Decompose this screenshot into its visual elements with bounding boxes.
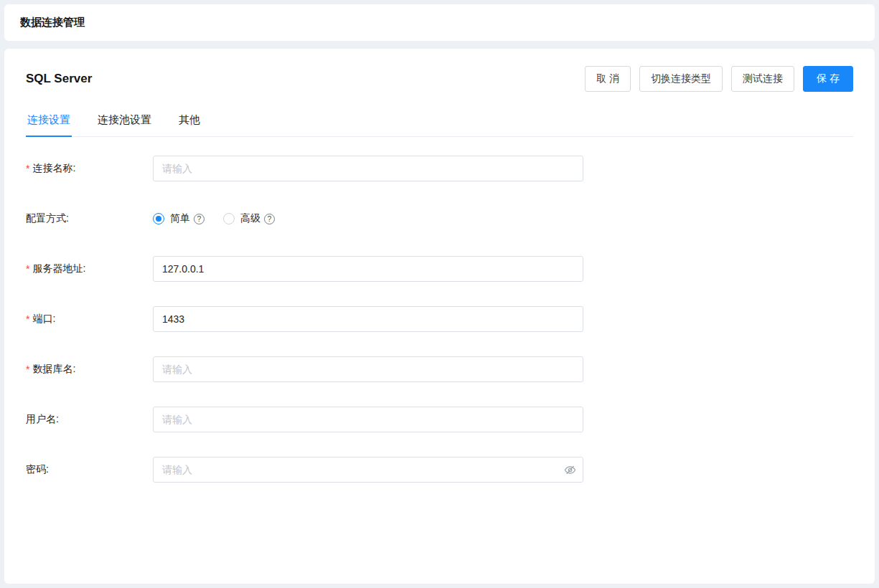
page-title: 数据连接管理 xyxy=(20,16,85,29)
connection-type-title: SQL Server xyxy=(26,72,92,86)
tab-other[interactable]: 其他 xyxy=(177,108,202,136)
database-name-label: * 数据库名: xyxy=(26,363,153,376)
required-asterisk: * xyxy=(26,263,29,275)
config-mode-radio-group: 简单 ? 高级 ? xyxy=(153,212,293,225)
help-icon[interactable]: ? xyxy=(264,214,275,224)
connection-editor-panel: SQL Server 取 消 切换连接类型 测试连接 保 存 连接设置 连接池设… xyxy=(4,49,875,584)
password-input-wrap xyxy=(153,457,583,483)
required-asterisk: * xyxy=(26,313,29,325)
required-asterisk: * xyxy=(26,364,29,375)
radio-unselected-icon xyxy=(223,213,235,224)
tab-bar: 连接设置 连接池设置 其他 xyxy=(26,108,853,137)
form-row-username: 用户名: xyxy=(26,407,853,432)
server-address-input[interactable] xyxy=(153,256,583,282)
cancel-button[interactable]: 取 消 xyxy=(585,66,631,92)
tab-connection-settings[interactable]: 连接设置 xyxy=(26,108,72,136)
password-input[interactable] xyxy=(153,457,583,483)
connection-name-label: * 连接名称: xyxy=(26,162,153,175)
password-label: 密码: xyxy=(26,463,153,476)
test-connection-button[interactable]: 测试连接 xyxy=(731,66,794,92)
top-bar: 数据连接管理 xyxy=(4,4,875,41)
username-input[interactable] xyxy=(153,407,583,432)
form-row-database-name: * 数据库名: xyxy=(26,356,853,382)
radio-simple[interactable]: 简单 ? xyxy=(153,212,205,225)
connection-form: * 连接名称: 配置方式: 简单 ? 高级 ? xyxy=(26,156,853,483)
radio-advanced[interactable]: 高级 ? xyxy=(223,212,275,225)
config-mode-label: 配置方式: xyxy=(26,212,153,225)
username-label: 用户名: xyxy=(26,413,153,426)
port-input[interactable] xyxy=(153,306,583,332)
form-row-server-address: * 服务器地址: xyxy=(26,256,853,282)
port-label: * 端口: xyxy=(26,313,153,326)
tab-connection-pool-settings[interactable]: 连接池设置 xyxy=(96,108,153,136)
form-row-config-mode: 配置方式: 简单 ? 高级 ? xyxy=(26,206,853,232)
password-visibility-toggle[interactable] xyxy=(563,463,576,476)
radio-selected-icon xyxy=(153,213,164,224)
switch-connection-type-button[interactable]: 切换连接类型 xyxy=(639,66,723,92)
save-button[interactable]: 保 存 xyxy=(803,66,853,92)
eye-slash-icon xyxy=(564,464,576,476)
form-row-password: 密码: xyxy=(26,457,853,483)
help-icon[interactable]: ? xyxy=(194,214,205,224)
required-asterisk: * xyxy=(26,163,29,174)
form-row-connection-name: * 连接名称: xyxy=(26,156,853,181)
server-address-label: * 服务器地址: xyxy=(26,262,153,275)
panel-header: SQL Server 取 消 切换连接类型 测试连接 保 存 xyxy=(26,66,853,92)
action-buttons: 取 消 切换连接类型 测试连接 保 存 xyxy=(576,66,853,92)
connection-name-input[interactable] xyxy=(153,156,583,181)
database-name-input[interactable] xyxy=(153,356,583,382)
form-row-port: * 端口: xyxy=(26,306,853,332)
